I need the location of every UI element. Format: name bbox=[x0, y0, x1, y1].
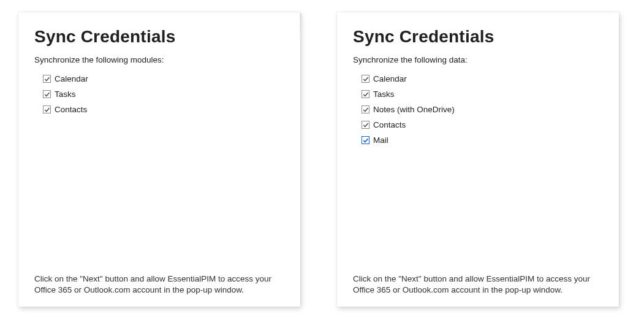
panel-title: Sync Credentials bbox=[34, 27, 284, 47]
option-calendar[interactable]: Calendar bbox=[43, 74, 284, 83]
sync-credentials-panel-right: Sync Credentials Synchronize the followi… bbox=[337, 12, 619, 307]
option-mail[interactable]: Mail bbox=[362, 136, 603, 145]
option-calendar[interactable]: Calendar bbox=[362, 74, 603, 83]
checkbox-icon[interactable] bbox=[43, 75, 51, 83]
option-label: Calendar bbox=[55, 74, 88, 83]
option-tasks[interactable]: Tasks bbox=[362, 90, 603, 99]
option-label: Tasks bbox=[373, 90, 395, 99]
checkbox-icon[interactable] bbox=[43, 105, 51, 113]
checkbox-icon[interactable] bbox=[362, 105, 369, 113]
spacer bbox=[353, 151, 603, 274]
checkbox-icon[interactable] bbox=[362, 136, 369, 144]
option-tasks[interactable]: Tasks bbox=[43, 90, 284, 99]
option-label: Contacts bbox=[373, 120, 406, 129]
checkbox-icon[interactable] bbox=[362, 90, 369, 98]
option-contacts[interactable]: Contacts bbox=[362, 120, 603, 129]
checkbox-icon[interactable] bbox=[362, 75, 369, 83]
panel-title: Sync Credentials bbox=[353, 27, 603, 47]
options-list: Calendar Tasks Contacts bbox=[34, 71, 284, 120]
panel-subtitle: Synchronize the following modules: bbox=[34, 55, 284, 64]
option-contacts[interactable]: Contacts bbox=[43, 105, 284, 114]
option-label: Notes (with OneDrive) bbox=[373, 105, 455, 114]
options-list: Calendar Tasks Notes (with OneDrive) Con… bbox=[353, 71, 603, 151]
sync-credentials-panel-left: Sync Credentials Synchronize the followi… bbox=[18, 12, 300, 307]
stage: Sync Credentials Synchronize the followi… bbox=[0, 0, 644, 322]
option-label: Mail bbox=[373, 136, 388, 145]
checkbox-icon[interactable] bbox=[43, 90, 51, 98]
option-label: Calendar bbox=[373, 74, 407, 83]
panel-footer-text: Click on the "Next" button and allow Ess… bbox=[353, 274, 603, 296]
option-notes-onedrive[interactable]: Notes (with OneDrive) bbox=[362, 105, 603, 114]
checkbox-icon[interactable] bbox=[362, 121, 369, 129]
option-label: Contacts bbox=[55, 105, 87, 114]
option-label: Tasks bbox=[55, 90, 76, 99]
panel-subtitle: Synchronize the following data: bbox=[353, 55, 603, 64]
spacer bbox=[34, 120, 284, 274]
panel-footer-text: Click on the "Next" button and allow Ess… bbox=[34, 274, 284, 296]
